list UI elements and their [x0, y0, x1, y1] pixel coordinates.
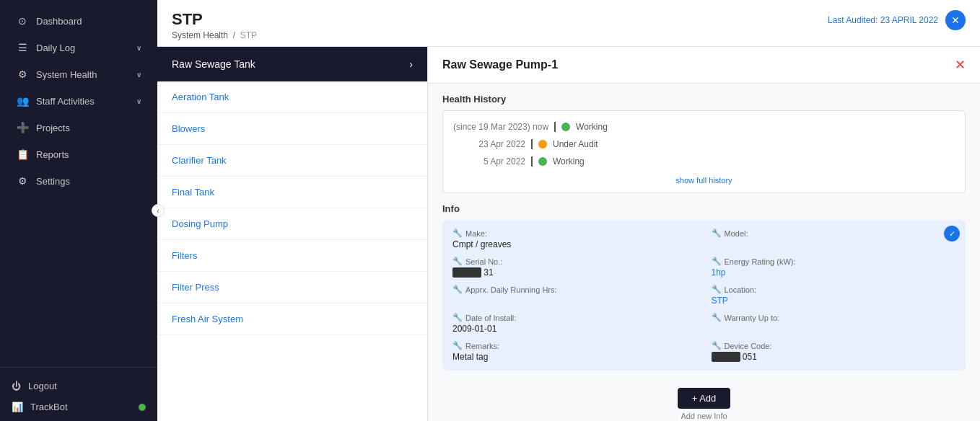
add-info-button[interactable]: + Add: [678, 388, 731, 409]
info-field-location: 🔧 Location: STP: [712, 285, 956, 306]
energy-value: 1hp: [712, 267, 956, 278]
info-field-make: 🔧 Make: Cmpt / greaves: [452, 229, 697, 249]
status-dot-orange: [538, 140, 547, 149]
device-label: Device Code:: [725, 342, 772, 350]
sidebar-nav: ⊙ Dashboard ☰ Daily Log ∨ ⚙ System Healt…: [0, 0, 157, 367]
sidebar-item-system-health[interactable]: ⚙ System Health ∨: [4, 61, 153, 87]
staff-activities-icon: 👥: [16, 95, 29, 107]
status-dot-green: [561, 123, 570, 131]
date-icon: 🔧: [452, 313, 463, 322]
date-label: Date of Install:: [465, 314, 516, 322]
sidebar: ‹ ⊙ Dashboard ☰ Daily Log ∨ ⚙ System Hea…: [0, 0, 157, 421]
sidebar-item-label: Daily Log: [36, 43, 75, 53]
menu-item-dosing-pump[interactable]: Dosing Pump: [157, 208, 427, 240]
info-field-remarks: 🔧 Remarks: Metal tag: [452, 341, 697, 362]
make-value: Cmpt / greaves: [452, 239, 697, 249]
sidebar-item-label: Reports: [36, 149, 69, 160]
history-date-1: (since 19 Mar 2023) now: [453, 122, 548, 132]
sidebar-item-reports[interactable]: 📋 Reports: [4, 141, 153, 167]
header-action-button[interactable]: ✕: [945, 10, 966, 30]
add-info-label: Add new Info: [681, 412, 727, 420]
close-panel-button[interactable]: ✕: [955, 57, 966, 73]
trackbot-item: 📊 TrackBot: [12, 402, 146, 412]
make-icon: 🔧: [452, 229, 463, 238]
sidebar-item-daily-log[interactable]: ☰ Daily Log ∨: [4, 35, 153, 61]
info-field-device-code: 🔧 Device Code: 051: [712, 341, 956, 362]
menu-item-aeration-tank[interactable]: Aeration Tank: [157, 81, 427, 113]
energy-icon: 🔧: [712, 257, 722, 266]
info-section: Info ✓ 🔧 Make: Cmpt / greaves: [428, 203, 980, 381]
right-panel: Raw Sewage Pump-1 ✕ Health History (sinc…: [428, 47, 980, 421]
info-grid: 🔧 Make: Cmpt / greaves 🔧 Model:: [452, 229, 955, 362]
running-icon: 🔧: [452, 285, 463, 294]
warranty-label: Warranty Up to:: [725, 314, 780, 322]
last-audited-label: Last Audited: 23 APRIL 2022: [828, 15, 938, 25]
logout-label: Logout: [28, 381, 57, 391]
history-item-1: (since 19 Mar 2023) now Working: [453, 118, 955, 136]
menu-item-final-tank[interactable]: Final Tank: [157, 177, 427, 208]
active-menu-item[interactable]: Raw Sewage Tank ›: [157, 47, 427, 81]
history-item-3: 5 Apr 2022 Working: [453, 153, 955, 170]
content-area: Raw Sewage Tank › Aeration Tank Blowers …: [157, 47, 980, 421]
trackbot-status-dot: [139, 404, 146, 411]
history-status-2: Under Audit: [553, 139, 598, 149]
sidebar-collapse-button[interactable]: ‹: [152, 204, 165, 217]
breadcrumb-link[interactable]: System Health: [172, 30, 228, 40]
menu-item-filters[interactable]: Filters: [157, 240, 427, 272]
sidebar-bottom: ⏻ Logout 📊 TrackBot: [0, 367, 157, 421]
menu-item-filter-press[interactable]: Filter Press: [157, 272, 427, 303]
running-value: [452, 296, 697, 306]
add-section: + Add Add new Info: [428, 381, 980, 421]
remarks-label: Remarks:: [465, 342, 499, 350]
device-icon: 🔧: [712, 341, 722, 350]
device-value: 051: [712, 352, 956, 362]
serial-redacted: [452, 267, 481, 278]
edit-info-button[interactable]: ✓: [944, 226, 960, 241]
chevron-down-icon: ∨: [136, 97, 141, 105]
remarks-value: Metal tag: [452, 352, 697, 362]
history-status-1: Working: [576, 122, 608, 132]
timeline-line: [531, 156, 533, 167]
logout-button[interactable]: ⏻ Logout: [12, 376, 146, 396]
model-value: [712, 239, 956, 249]
header-left: STP System Health / STP: [172, 10, 257, 40]
settings-icon: ⚙: [16, 175, 29, 187]
menu-item-clarifier-tank[interactable]: Clarifier Tank: [157, 145, 427, 177]
menu-item-fresh-air-system[interactable]: Fresh Air System: [157, 303, 427, 335]
chevron-down-icon: ∨: [136, 71, 141, 79]
sidebar-item-projects[interactable]: ➕ Projects: [4, 115, 153, 141]
sidebar-item-label: Projects: [36, 123, 70, 133]
energy-label: Energy Rating (kW):: [725, 257, 796, 266]
date-value: 2009-01-01: [452, 324, 697, 334]
info-field-energy: 🔧 Energy Rating (kW): 1hp: [712, 257, 956, 278]
health-history-container: (since 19 Mar 2023) now Working 23 Apr 2…: [442, 110, 966, 193]
info-title: Info: [442, 203, 966, 214]
left-panel: Raw Sewage Tank › Aeration Tank Blowers …: [157, 47, 428, 421]
model-icon: 🔧: [712, 229, 722, 238]
reports-icon: 📋: [16, 149, 29, 160]
info-field-daily-running: 🔧 Apprx. Daily Running Hrs:: [452, 285, 697, 306]
location-value: STP: [712, 296, 956, 306]
health-history-title: Health History: [442, 94, 966, 105]
projects-icon: ➕: [16, 122, 29, 133]
trackbot-icon: 📊: [12, 402, 23, 412]
active-menu-label: Raw Sewage Tank: [172, 58, 255, 70]
serial-value: 31: [452, 267, 697, 278]
sidebar-item-label: Dashboard: [36, 16, 82, 27]
menu-item-blowers[interactable]: Blowers: [157, 113, 427, 145]
info-field-serial: 🔧 Serial No.: 31: [452, 257, 697, 278]
serial-icon: 🔧: [452, 257, 463, 266]
arrow-right-icon: ›: [409, 58, 413, 70]
info-field-model: 🔧 Model:: [712, 229, 956, 249]
right-panel-title: Raw Sewage Pump-1: [442, 58, 558, 71]
status-dot-green-2: [538, 157, 547, 166]
system-health-icon: ⚙: [16, 68, 29, 80]
sidebar-item-staff-activities[interactable]: 👥 Staff Activities ∨: [4, 88, 153, 114]
show-full-history-link[interactable]: show full history: [675, 176, 732, 185]
sidebar-item-dashboard[interactable]: ⊙ Dashboard: [4, 8, 153, 34]
show-full-history: show full history: [453, 174, 955, 185]
sidebar-item-label: System Health: [36, 69, 97, 80]
model-label: Model:: [725, 229, 748, 238]
sidebar-item-settings[interactable]: ⚙ Settings: [4, 168, 153, 194]
location-label: Location:: [725, 285, 757, 294]
